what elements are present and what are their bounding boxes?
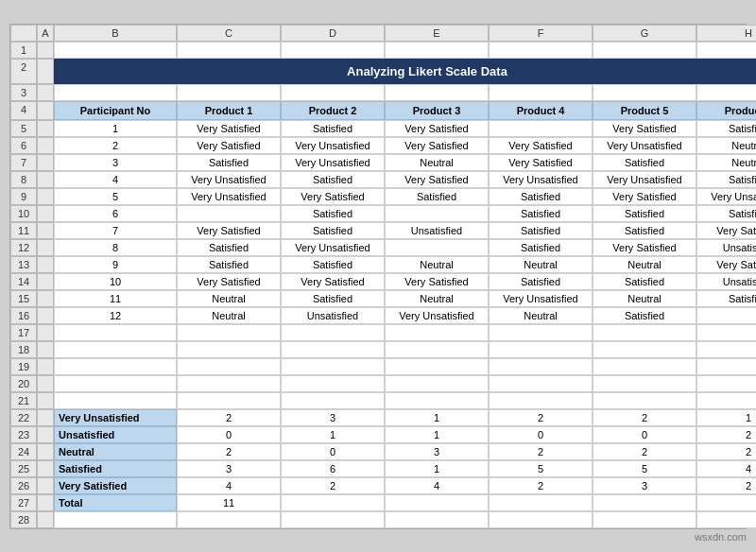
- col-a-cell: [37, 426, 54, 443]
- col-a-cell: [37, 120, 54, 137]
- r3-h: [696, 84, 756, 101]
- table-cell: [385, 511, 489, 528]
- col-h-header: H: [696, 25, 756, 42]
- table-cell: 11: [177, 494, 281, 511]
- r3-d: [281, 84, 385, 101]
- table-cell: [489, 358, 593, 375]
- table-cell: Very Satisfied: [177, 120, 281, 137]
- col-a-cell: [37, 188, 54, 205]
- table-cell: 1: [281, 426, 385, 443]
- summary-label: Very Satisfied: [54, 477, 177, 494]
- table-cell: [177, 205, 281, 222]
- col-a-cell: [37, 409, 54, 426]
- col-a-cell: [37, 477, 54, 494]
- col-g-header: G: [593, 25, 696, 42]
- col-a-cell: [37, 443, 54, 460]
- table-cell: [696, 511, 756, 528]
- row-num: 16: [10, 307, 37, 324]
- table-cell: 0: [177, 426, 281, 443]
- row-num: 13: [10, 256, 37, 273]
- table-cell: [489, 120, 593, 137]
- table-cell: 9: [54, 256, 177, 273]
- row-2-num: 2: [10, 59, 37, 84]
- row-num: 7: [10, 154, 37, 171]
- table-cell: [696, 307, 756, 324]
- table-cell: 0: [281, 443, 385, 460]
- table-cell: 2: [281, 477, 385, 494]
- col-a-cell: [37, 222, 54, 239]
- row-num: 11: [10, 222, 37, 239]
- row-num: 24: [10, 443, 37, 460]
- row-num: 15: [10, 290, 37, 307]
- table-cell: Satisfied: [696, 120, 756, 137]
- table-cell: 3: [385, 443, 489, 460]
- table-cell: Satisfied: [489, 205, 593, 222]
- row-num: 26: [10, 477, 37, 494]
- table-cell: 2: [177, 409, 281, 426]
- table-cell: [593, 511, 696, 528]
- r1-h: [696, 42, 756, 59]
- table-cell: [385, 205, 489, 222]
- table-cell: Satisfied: [593, 154, 696, 171]
- table-cell: [385, 324, 489, 341]
- row-num: 27: [10, 494, 37, 511]
- table-cell: [696, 392, 756, 409]
- header-p2: Product 2: [281, 101, 385, 120]
- corner-header: [10, 25, 37, 42]
- table-cell: 5: [54, 188, 177, 205]
- header-participant: Participant No: [54, 101, 177, 120]
- row-num: 22: [10, 409, 37, 426]
- row-num: 14: [10, 273, 37, 290]
- table-cell: 8: [54, 239, 177, 256]
- table-cell: 1: [385, 460, 489, 477]
- table-cell: [489, 494, 593, 511]
- col-a-cell: [37, 205, 54, 222]
- header-p5: Product 5: [593, 101, 696, 120]
- table-cell: [54, 358, 177, 375]
- table-cell: [385, 341, 489, 358]
- table-cell: Very Unsatisfied: [281, 137, 385, 154]
- r3-e: [385, 84, 489, 101]
- col-a-cell: [37, 154, 54, 171]
- table-cell: [177, 324, 281, 341]
- table-cell: Satisfied: [489, 239, 593, 256]
- table-cell: Satisfied: [177, 154, 281, 171]
- table-cell: [385, 494, 489, 511]
- r2-a: [37, 59, 54, 84]
- row-num: 25: [10, 460, 37, 477]
- table-cell: Unsatisfied: [696, 273, 756, 290]
- table-cell: [593, 375, 696, 392]
- table-cell: Very Satisfied: [177, 222, 281, 239]
- table-cell: Satisfied: [593, 273, 696, 290]
- table-cell: [489, 392, 593, 409]
- table-cell: [281, 494, 385, 511]
- col-a-cell: [37, 273, 54, 290]
- table-cell: Very Unsatisfied: [696, 188, 756, 205]
- table-cell: Satisfied: [281, 205, 385, 222]
- col-a-cell: [37, 324, 54, 341]
- table-cell: [281, 358, 385, 375]
- table-cell: Very Unsatisfied: [177, 188, 281, 205]
- table-cell: 1: [385, 409, 489, 426]
- table-cell: [177, 375, 281, 392]
- row-num: 20: [10, 375, 37, 392]
- table-cell: 2: [489, 477, 593, 494]
- table-cell: 11: [54, 290, 177, 307]
- table-cell: Satisfied: [281, 256, 385, 273]
- table-cell: 3: [177, 460, 281, 477]
- row-1-num: 1: [10, 42, 37, 59]
- summary-label: Very Unsatisfied: [54, 409, 177, 426]
- table-cell: [489, 511, 593, 528]
- table-cell: 5: [593, 460, 696, 477]
- col-a-cell: [37, 307, 54, 324]
- table-cell: 2: [54, 137, 177, 154]
- table-cell: Very Unsatisfied: [385, 307, 489, 324]
- table-cell: 4: [177, 477, 281, 494]
- table-cell: Very Satisfied: [593, 120, 696, 137]
- row-num: 23: [10, 426, 37, 443]
- table-cell: Very Unsatisfied: [593, 137, 696, 154]
- row-num: 5: [10, 120, 37, 137]
- col-a-cell: [37, 392, 54, 409]
- summary-label: Neutral: [54, 443, 177, 460]
- col-c-header: C: [177, 25, 281, 42]
